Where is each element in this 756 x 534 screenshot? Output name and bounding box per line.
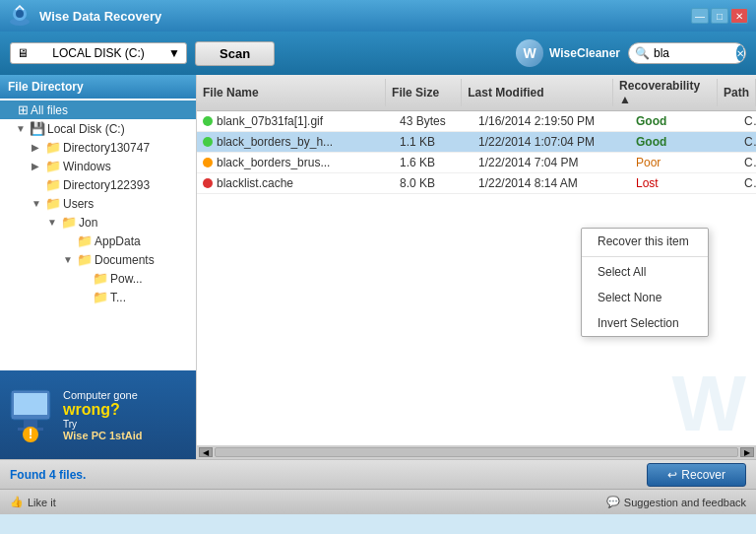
cell-recoverability-row2: Good <box>630 134 738 150</box>
cell-modified-row4: 1/22/2014 8:14 AM <box>472 175 630 191</box>
tree-icon-documents: 📁 <box>77 252 93 267</box>
tree-icon-dir122393: 📁 <box>45 177 61 192</box>
tree-icon-all-files: ⊞ <box>18 102 29 117</box>
found-prefix: Found <box>10 468 49 482</box>
table-row[interactable]: blank_07b31fa[1].gif43 Bytes1/16/2014 2:… <box>197 111 756 132</box>
svg-rect-4 <box>14 393 47 415</box>
tree-toggle-t[interactable] <box>79 292 91 303</box>
cell-filesize-row4: 8.0 KB <box>394 175 472 191</box>
col-header-modified: Last Modified <box>462 79 613 106</box>
scroll-left-button[interactable]: ◀ <box>199 447 213 457</box>
like-label: Like it <box>28 497 56 508</box>
ad-banner[interactable]: ! Computer gone wrong? Try Wise PC 1stAi… <box>0 370 197 459</box>
tree-icon-jon: 📁 <box>61 215 77 230</box>
tree-toggle-pow[interactable] <box>79 273 91 285</box>
cell-modified-row2: 1/22/2014 1:07:04 PM <box>472 134 630 150</box>
found-suffix: files. <box>56 468 87 482</box>
tree-toggle-appdata[interactable] <box>63 235 75 247</box>
scan-button[interactable]: Scan <box>195 41 275 66</box>
drive-label: LOCAL DISK (C:) <box>52 46 145 60</box>
tree-item-local-disk[interactable]: ▼💾Local Disk (C:) <box>0 119 196 138</box>
ad-line3: Try <box>63 419 143 430</box>
maximize-button[interactable]: □ <box>711 8 728 24</box>
tree-toggle-users[interactable]: ▼ <box>32 198 43 210</box>
cell-filename-row2: black_borders_by_h... <box>197 134 394 150</box>
tree-item-dir130747[interactable]: ▶📁Directory130747 <box>0 138 196 157</box>
app-icon <box>8 4 32 28</box>
tree-toggle-all-files[interactable] <box>4 104 16 116</box>
tree-item-jon[interactable]: ▼📁Jon <box>0 213 196 232</box>
svg-text:!: ! <box>29 426 33 441</box>
tree-container[interactable]: ⊞All files▼💾Local Disk (C:)▶📁Directory13… <box>0 99 196 370</box>
minimize-button[interactable]: — <box>691 8 709 24</box>
like-button[interactable]: 👍 Like it <box>10 496 56 508</box>
file-directory-header: File Directory <box>0 75 196 99</box>
tree-toggle-documents[interactable]: ▼ <box>63 254 75 266</box>
tree-toggle-local-disk[interactable]: ▼ <box>16 123 28 135</box>
cell-modified-row3: 1/22/2014 7:04 PM <box>472 155 630 170</box>
tree-item-users[interactable]: ▼📁Users <box>0 194 196 213</box>
close-button[interactable]: ✕ <box>730 8 748 24</box>
recover-icon: ↩ <box>667 468 677 482</box>
window-controls: — □ ✕ <box>691 8 748 24</box>
tree-item-t[interactable]: 📁T... <box>0 288 196 306</box>
recover-button[interactable]: ↩ Recover <box>647 463 746 487</box>
horizontal-scrollbar[interactable]: ◀ ▶ <box>197 445 756 459</box>
left-panel: File Directory ⊞All files▼💾Local Disk (C… <box>0 75 197 459</box>
tree-item-documents[interactable]: ▼📁Documents <box>0 250 196 269</box>
scroll-right-button[interactable]: ▶ <box>740 447 754 457</box>
cell-path-row2: C:\Users\Jon\Ap... <box>738 134 756 150</box>
tree-label-pow: Pow... <box>110 272 143 286</box>
tree-item-dir122393[interactable]: 📁Directory122393 <box>0 175 196 194</box>
tree-item-windows[interactable]: ▶📁Windows <box>0 157 196 175</box>
wisecleaner-logo: W WiseCleaner <box>516 39 620 67</box>
search-clear-button[interactable]: ✕ <box>736 45 744 61</box>
like-icon: 👍 <box>10 496 24 508</box>
wisecleaner-icon: W <box>516 39 543 67</box>
wisecleaner-label: WiseCleaner <box>549 46 620 60</box>
search-input[interactable] <box>654 46 732 60</box>
right-panel: W File Name File Size Last Modified Reco… <box>197 75 756 459</box>
drive-dropdown-icon: ▼ <box>168 46 180 60</box>
context-menu[interactable]: Recover this itemSelect AllSelect NoneIn… <box>581 228 709 337</box>
filename-text-row2: black_borders_by_h... <box>217 135 333 149</box>
context-menu-item-select-none[interactable]: Select None <box>582 285 708 310</box>
context-menu-separator <box>582 256 708 257</box>
toolbar: 🖥 LOCAL DISK (C:) ▼ Scan W WiseCleaner 🔍… <box>0 32 756 75</box>
tree-toggle-dir122393[interactable] <box>32 179 43 191</box>
context-menu-item-select-all[interactable]: Select All <box>582 259 708 285</box>
drive-selector[interactable]: 🖥 LOCAL DISK (C:) ▼ <box>10 42 187 64</box>
status-dot-row2 <box>203 137 213 147</box>
tree-icon-appdata: 📁 <box>77 234 93 248</box>
tree-toggle-dir130747[interactable]: ▶ <box>32 142 43 154</box>
feedback-label: Suggestion and feedback <box>624 497 746 508</box>
tree-toggle-jon[interactable]: ▼ <box>47 217 59 229</box>
cell-filename-row4: blacklist.cache <box>197 175 394 191</box>
table-row[interactable]: black_borders_brus...1.6 KB1/22/2014 7:0… <box>197 153 756 173</box>
tree-label-windows: Windows <box>63 160 111 173</box>
scroll-track[interactable] <box>215 447 738 457</box>
tree-item-pow[interactable]: 📁Pow... <box>0 269 196 288</box>
search-box[interactable]: 🔍 ✕ <box>628 42 746 64</box>
feedback-button[interactable]: 💬 Suggestion and feedback <box>606 496 746 508</box>
cell-recoverability-row4: Lost <box>630 175 738 191</box>
filename-text-row4: blacklist.cache <box>217 176 293 190</box>
title-bar: Wise Data Recovery — □ ✕ <box>0 0 756 32</box>
tree-toggle-windows[interactable]: ▶ <box>32 161 43 172</box>
filename-text-row3: black_borders_brus... <box>217 156 330 169</box>
tree-item-all-files[interactable]: ⊞All files <box>0 100 196 119</box>
tree-label-t: T... <box>110 291 126 304</box>
table-header: File Name File Size Last Modified Recove… <box>197 75 756 111</box>
context-menu-item-recover-item[interactable]: Recover this item <box>582 229 708 254</box>
tree-item-appdata[interactable]: 📁AppData <box>0 232 196 250</box>
context-menu-item-invert-sel[interactable]: Invert Selection <box>582 310 708 336</box>
table-row[interactable]: blacklist.cache8.0 KB1/22/2014 8:14 AMLo… <box>197 173 756 194</box>
found-text: Found 4 files. <box>10 468 86 482</box>
ad-icon: ! <box>6 385 55 444</box>
tree-icon-t: 📁 <box>93 290 108 304</box>
cell-filename-row3: black_borders_brus... <box>197 155 394 170</box>
table-row[interactable]: black_borders_by_h...1.1 KB1/22/2014 1:0… <box>197 132 756 153</box>
tree-icon-users: 📁 <box>45 196 61 211</box>
recover-label: Recover <box>681 468 725 482</box>
col-header-recoverability[interactable]: Recoverability ▲ <box>613 79 718 106</box>
